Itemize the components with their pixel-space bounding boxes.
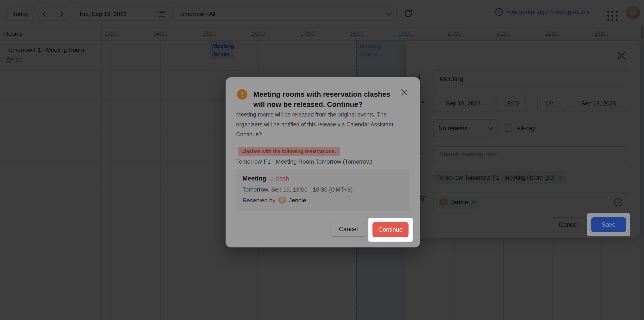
draft-event-block-18[interactable]: Meeting Jennie [357, 40, 381, 60]
room-capacity: 20 [6, 57, 22, 63]
clash-event-title: Meeting [242, 175, 266, 182]
clash-count: 1 clash [270, 175, 289, 182]
building-filter-select[interactable]: Tomorrow · All [172, 7, 396, 21]
time-label-21:00: 21:00 [496, 30, 510, 37]
attendee-tag-label: Jennie [451, 199, 468, 206]
event-title-input[interactable] [439, 75, 622, 83]
reserved-by-label: Reserved by [242, 197, 275, 204]
event-attendee: Jennie [212, 50, 231, 58]
time-label-15:00: 15:00 [202, 30, 217, 37]
chevron-down-icon [386, 11, 392, 16]
time-label-19:00: 19:00 [398, 30, 412, 37]
all-day-label: All-day [516, 125, 535, 132]
close-icon [618, 52, 626, 60]
event-title-field[interactable] [433, 70, 627, 88]
time-label-23:00: 23:00 [594, 30, 608, 37]
reserver-avatar [278, 196, 286, 204]
row-gridline [0, 280, 644, 280]
hour-gridline [160, 40, 161, 320]
time-label-13:00: 13:00 [104, 30, 119, 37]
question-circle-icon: ? [495, 8, 503, 16]
time-label-16:00: 16:00 [252, 30, 266, 37]
clash-reserved-row: Reserved by Jennie [242, 196, 403, 204]
end-date-field[interactable]: Sep 19, 2023 [570, 95, 627, 112]
start-date-field[interactable]: Sep 19, 2023 [433, 95, 494, 112]
end-time-value: 19:... [545, 100, 558, 107]
room-name: Tomorrow-F1 - Meeting Room [6, 46, 84, 54]
dialog-continue-button[interactable]: Continue [372, 222, 408, 237]
draft-event-attendee: Jennie [360, 50, 378, 58]
event-block-15[interactable]: Meeting Jennie [210, 40, 234, 60]
time-label-17:00: 17:00 [300, 30, 314, 37]
people-icon [6, 57, 13, 63]
remove-room-icon[interactable]: ✕ [558, 174, 563, 181]
close-icon [401, 89, 408, 96]
dialog-title: Meeting rooms with reservation clashes w… [253, 89, 400, 110]
save-highlight-box: Save [587, 214, 630, 236]
attendee-avatar [440, 198, 448, 206]
save-highlight-inner: Save [588, 215, 629, 234]
reserver-name: Jennie [289, 197, 306, 204]
chevron-down-icon [488, 125, 494, 130]
dialog-cancel-button[interactable]: Cancel [330, 222, 366, 236]
warning-icon: ! [237, 89, 248, 100]
profile-avatar[interactable] [626, 6, 640, 20]
scrollbar-track [640, 28, 644, 320]
remove-attendee-icon[interactable]: ✕ [471, 199, 476, 206]
all-day-checkbox[interactable] [505, 124, 512, 132]
rooms-column-divider [102, 28, 102, 320]
apps-grid-icon[interactable] [606, 10, 619, 22]
clash-room-name: Tomorrow-F1 - Meeting Room Tomorrow (Tom… [236, 158, 372, 165]
rooms-column-label: Rooms [4, 30, 22, 38]
dialog-close-button[interactable] [401, 89, 408, 97]
start-time-field[interactable]: 18:00 [497, 95, 526, 112]
toolbar: Today Tue, Sep 19, 2023 Tomorrow · All ?… [0, 0, 644, 28]
nav-divider [53, 11, 53, 17]
help-link[interactable]: ? How to manage meeting rooms [495, 8, 590, 16]
prev-day-button[interactable] [42, 11, 48, 17]
end-time-field[interactable]: 19:... [537, 95, 566, 112]
draft-event-title: Meeting [360, 42, 378, 50]
next-day-button[interactable] [58, 11, 63, 17]
start-date-value: Sep 19, 2023 [446, 100, 481, 107]
clash-event-time: Tomorrow, Sep 19, 18:00 - 18:30 (GMT+8) [242, 186, 403, 193]
time-label-22:00: 22:00 [545, 30, 560, 37]
date-picker-value: Tue, Sep 19, 2023 [79, 10, 127, 18]
info-icon[interactable]: i [614, 198, 622, 206]
end-date-value: Sep 19, 2023 [581, 100, 616, 107]
save-button[interactable]: Save [591, 217, 626, 232]
time-label-20:00: 20:00 [448, 30, 462, 37]
time-label-14:00: 14:00 [154, 30, 168, 37]
panel-cancel-button[interactable]: Cancel [551, 217, 586, 232]
help-link-label: How to manage meeting rooms [505, 8, 590, 16]
row-gridline [0, 250, 644, 250]
repeats-value: No repeats [438, 125, 467, 132]
today-button[interactable]: Today [6, 7, 35, 21]
room-search-input[interactable] [439, 150, 622, 158]
date-picker[interactable]: Tue, Sep 19, 2023 [73, 7, 171, 21]
building-filter-value: Tomorrow · All [178, 10, 216, 18]
room-capacity-value: 20 [15, 57, 22, 63]
app-root: Today Tue, Sep 19, 2023 Tomorrow · All ?… [0, 0, 644, 320]
panel-close-button[interactable] [618, 52, 626, 60]
clash-warning-label: Clashes with the following reservations: [238, 147, 340, 156]
start-time-value: 18:00 [504, 100, 519, 107]
attendee-tag[interactable]: Jennie ✕ [437, 196, 479, 209]
repeats-select[interactable]: No repeats [433, 120, 498, 137]
refresh-button[interactable] [402, 8, 414, 20]
event-title: Meeting [212, 42, 231, 50]
time-range-separator: – [529, 100, 534, 107]
room-row: Tomorrow-F1 - Meeting Room 20 [0, 40, 102, 70]
hour-gridline [112, 40, 112, 320]
room-search-field[interactable] [433, 146, 627, 162]
selected-room-tag[interactable]: Tomorrow-Tomorrow-F1 - Meeting Room (20)… [433, 171, 567, 184]
time-label-18:00: 18:00 [350, 30, 364, 37]
continue-highlight-box: Continue [368, 218, 412, 242]
attendees-field[interactable]: Jennie ✕ i [433, 192, 627, 212]
row-gridline [0, 310, 644, 310]
date-nav-group [39, 7, 67, 21]
calendar-icon [159, 11, 166, 17]
scrollbar-thumb[interactable] [640, 26, 643, 39]
selected-room-tag-label: Tomorrow-Tomorrow-F1 - Meeting Room (20) [437, 174, 555, 181]
clash-event-card: Meeting 1 clash Tomorrow, Sep 19, 18:00 … [236, 170, 409, 211]
